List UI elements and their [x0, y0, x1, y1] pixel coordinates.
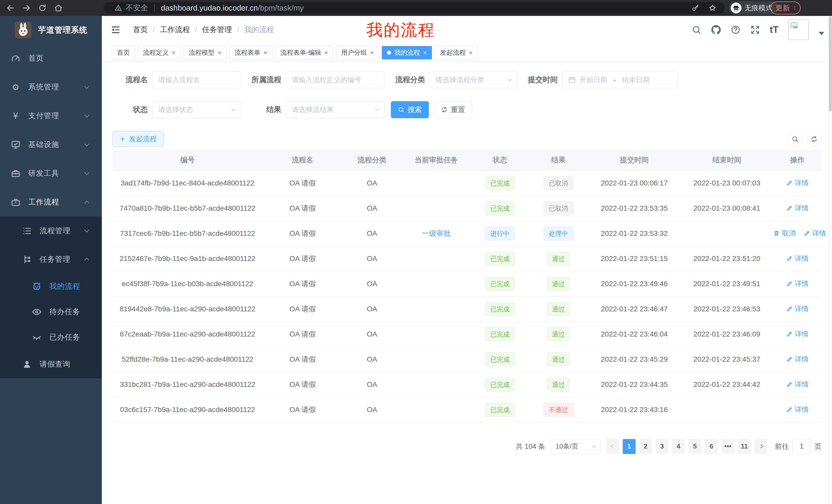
reload-icon[interactable] [38, 4, 47, 12]
status-badge: 已完成 [485, 176, 515, 190]
close-icon[interactable]: × [324, 49, 328, 56]
breadcrumb-item: 我的流程 [244, 25, 274, 35]
tab-process-model[interactable]: 流程模型× [184, 46, 227, 59]
sidebar-item-todo-tasks[interactable]: 待办任务 [0, 299, 102, 325]
page-button-2[interactable]: 2 [639, 439, 652, 454]
tab-process-definition[interactable]: 流程定义× [138, 46, 181, 59]
sidebar-item-system[interactable]: ⚙系统管理 [0, 73, 102, 102]
cancel-action[interactable]: 取消 [773, 229, 796, 238]
sidebar-item-label: 请假查询 [40, 359, 71, 369]
star-icon[interactable] [709, 4, 716, 12]
cell-status: 已完成 [471, 271, 529, 297]
name-input[interactable] [153, 72, 241, 88]
home-icon[interactable] [54, 4, 63, 12]
result-placeholder: 请选择流结果 [292, 105, 334, 114]
prev-page-button[interactable] [606, 439, 619, 454]
detail-action[interactable]: 详情 [786, 178, 809, 188]
briefcase-icon [11, 197, 21, 207]
sidebar-item-done-tasks[interactable]: 已办任务 [0, 325, 102, 350]
detail-action[interactable]: 详情 [786, 380, 809, 389]
show-search-button[interactable] [787, 132, 802, 146]
sidebar-item-devtools[interactable]: 研发工具 [0, 159, 102, 188]
tab-process-form-edit[interactable]: 流程表单-编辑× [275, 46, 334, 59]
sidebar-item-payment[interactable]: ¥支付管理 [0, 102, 102, 130]
page-scrollbar[interactable] [828, 16, 832, 504]
forward-icon[interactable] [22, 4, 31, 12]
github-icon[interactable] [711, 25, 721, 35]
help-icon[interactable] [731, 25, 740, 35]
current-task-link[interactable]: 一级审批 [422, 229, 451, 237]
next-page-button[interactable] [754, 439, 767, 454]
detail-action[interactable]: 详情 [786, 405, 809, 414]
detail-action[interactable]: 详情 [786, 355, 809, 364]
close-icon[interactable]: × [217, 49, 222, 56]
cell-end-time: 2022-01-22 23:45:37 [681, 347, 773, 372]
category-select[interactable]: 请选择流程分类 [430, 72, 517, 88]
date-separator: - [614, 76, 616, 84]
detail-action[interactable]: 详情 [803, 229, 826, 238]
fullscreen-icon[interactable] [750, 25, 760, 35]
edit-icon [786, 179, 793, 186]
page-ellipsis[interactable]: ••• [722, 439, 734, 454]
sidebar-item-infra[interactable]: 基础设施 [0, 130, 102, 159]
search-icon[interactable] [692, 25, 701, 35]
detail-action[interactable]: 详情 [786, 254, 809, 263]
process-input[interactable] [286, 72, 385, 88]
scrollbar-thumb[interactable] [829, 17, 832, 111]
caret-down-icon[interactable] [818, 32, 824, 35]
detail-action[interactable]: 详情 [786, 203, 809, 213]
tab-process-form[interactable]: 流程表单× [229, 46, 272, 59]
close-icon[interactable]: × [423, 49, 427, 56]
warning-icon[interactable] [114, 4, 122, 12]
search-button[interactable]: 搜索 [391, 101, 429, 118]
kebab-menu-icon[interactable] [792, 5, 798, 11]
close-icon[interactable]: × [469, 49, 473, 56]
page-button-1[interactable]: 1 [623, 439, 635, 454]
sidebar-item-process-mgmt[interactable]: 流程管理 [0, 217, 102, 245]
page-button-4[interactable]: 4 [672, 439, 685, 454]
page-button-11[interactable]: 11 [738, 439, 751, 454]
tab-start-process[interactable]: 发起流程× [435, 46, 478, 59]
yen-icon: ¥ [11, 111, 21, 121]
back-icon[interactable] [6, 4, 15, 12]
cell-end-time: 2022-01-23 00:07:03 [681, 171, 773, 196]
font-size-icon[interactable]: tT [770, 25, 779, 34]
collapse-sidebar-icon[interactable] [111, 25, 121, 35]
date-range-picker[interactable]: 开始日期 - 结束日期 [562, 72, 677, 88]
search-icon [791, 136, 799, 143]
tab-my-process[interactable]: 我的流程× [382, 46, 432, 59]
sidebar-item-task-mgmt[interactable]: 任务管理 [0, 245, 102, 274]
sidebar-item-my-process[interactable]: 我的流程 [0, 274, 102, 299]
status-select[interactable]: 请选择状态 [153, 101, 241, 118]
breadcrumb-item[interactable]: 任务管理 [202, 25, 232, 35]
detail-action[interactable]: 详情 [786, 329, 809, 339]
address-bar[interactable]: 不安全 dashboard.yudao.iocoder.cn/bpm/task/… [104, 2, 725, 14]
detail-action[interactable]: 详情 [786, 279, 809, 288]
sidebar-item-leave-query[interactable]: 请假查询 [0, 350, 102, 379]
start-process-button[interactable]: 发起流程 [112, 131, 164, 147]
cell-end-time: 2022-01-22 23:46:09 [681, 321, 773, 347]
tab-user-group[interactable]: 用户分组× [336, 46, 379, 59]
breadcrumb-item[interactable]: 首页 [133, 25, 148, 35]
breadcrumb-item[interactable]: 工作流程 [160, 25, 190, 35]
app-logo[interactable]: 芋道管理系统 [0, 16, 102, 44]
tab-home[interactable]: 首页 [112, 46, 135, 59]
refresh-table-button[interactable] [807, 132, 822, 146]
sidebar-item-home[interactable]: 首页 [0, 44, 102, 73]
page-button-6[interactable]: 6 [705, 439, 718, 454]
reset-button[interactable]: 重置 [434, 101, 472, 118]
key-icon[interactable] [692, 4, 699, 12]
detail-action[interactable]: 详情 [786, 304, 809, 313]
close-icon[interactable]: × [263, 49, 267, 56]
update-button[interactable]: 更新 [770, 2, 801, 15]
close-icon[interactable]: × [172, 49, 176, 56]
sidebar-item-workflow[interactable]: 工作流程 [0, 188, 102, 217]
goto-page-input[interactable] [792, 439, 811, 454]
page-button-5[interactable]: 5 [688, 439, 701, 454]
close-icon[interactable]: × [370, 49, 374, 56]
result-select[interactable]: 请选择流结果 [286, 101, 385, 118]
page-button-3[interactable]: 3 [656, 439, 669, 454]
cell-end-time [681, 221, 773, 246]
avatar[interactable] [788, 20, 809, 40]
page-size-select[interactable]: 10条/页 [551, 439, 601, 454]
